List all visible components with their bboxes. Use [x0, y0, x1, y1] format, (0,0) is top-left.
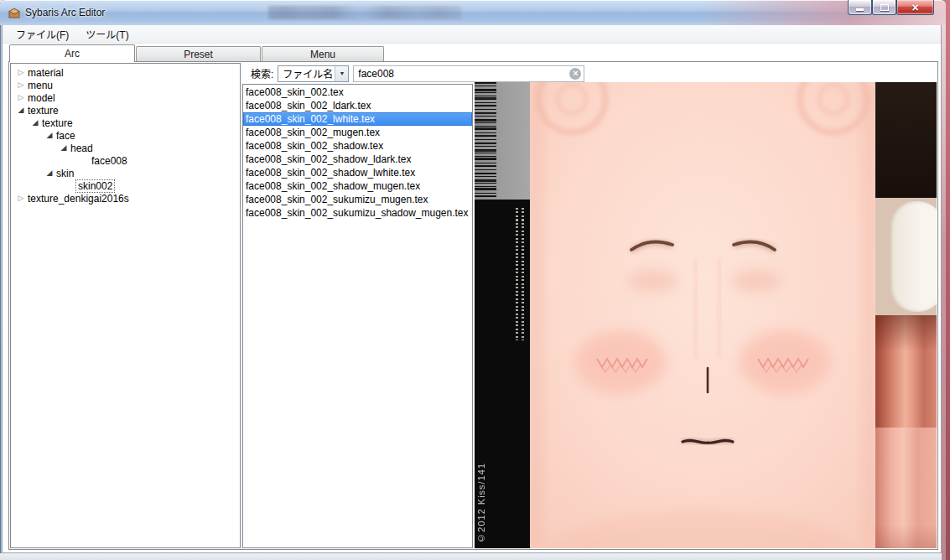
file-item[interactable]: face008_skin_002_shadow_lwhite.tex [243, 166, 472, 179]
chevron-down-icon [335, 66, 348, 81]
expander-expanded-icon[interactable] [30, 119, 40, 127]
expander-expanded-icon[interactable] [59, 144, 69, 152]
tree-item-model[interactable]: model [11, 91, 240, 104]
tree-item-label: material [26, 67, 65, 79]
tree-item-label: texture_denkigai2016s [26, 193, 131, 205]
file-name: face008_skin_002_shadow.tex [246, 140, 383, 152]
desktop: { "window": { "title": "Sybaris Arc Edit… [0, 0, 950, 560]
app-window: Sybaris Arc Editor ファイル(F) ツール(T) Arc [0, 0, 946, 560]
tab-control: Arc Preset Menu material [8, 44, 938, 550]
barcode-stripes [475, 82, 496, 200]
file-item[interactable]: face008_skin_002_ldark.tex [243, 99, 472, 112]
tree-item-face008[interactable]: face008 [11, 154, 240, 167]
tab-preset[interactable]: Preset [136, 46, 261, 61]
expander-expanded-icon[interactable] [44, 169, 55, 177]
close-icon [911, 0, 918, 15]
tab-strip: Arc Preset Menu [8, 44, 938, 61]
expander-collapsed-icon[interactable] [16, 69, 26, 76]
file-name: face008_skin_002.tex [246, 86, 344, 98]
pink-gradient-swatch [875, 428, 937, 548]
window-frame-right [942, 25, 946, 560]
maximize-icon [880, 4, 889, 11]
minimize-icon [856, 8, 864, 11]
fine-print-lines [516, 208, 524, 340]
tree-item-skin002[interactable]: skin002 [11, 179, 240, 192]
file-item[interactable]: face008_skin_002_shadow_mugen.tex [243, 179, 472, 193]
title-bar[interactable]: Sybaris Arc Editor [0, 0, 946, 25]
file-item[interactable]: face008_skin_002_sukumizu_mugen.tex [243, 193, 472, 206]
search-input[interactable] [353, 65, 584, 82]
tree-item-texture-denkigai2016s[interactable]: texture_denkigai2016s [11, 192, 240, 205]
texture-file-list: face008_skin_002.tex face008_skin_002_ld… [242, 84, 473, 548]
tree-item-label: head [69, 143, 95, 154]
expander-collapsed-icon[interactable] [16, 81, 26, 89]
tab-arc-label: Arc [65, 48, 80, 60]
expander-expanded-icon[interactable] [16, 106, 26, 114]
tab-preset-label: Preset [184, 49, 213, 60]
preview-left-strip: ©2012 Kiss/141 [475, 82, 530, 548]
dark-swatch [875, 82, 937, 198]
file-name: face008_skin_002_shadow_ldark.tex [246, 153, 411, 165]
app-icon [8, 6, 21, 19]
search-filter-dropdown[interactable]: ファイル名 [278, 65, 349, 82]
tree-item-label: texture [26, 105, 60, 117]
client-area: ファイル(F) ツール(T) Arc Preset Menu [2, 25, 942, 553]
menu-file[interactable]: ファイル(F) [8, 24, 77, 44]
file-item[interactable]: face008_skin_002_shadow_ldark.tex [243, 153, 472, 166]
file-item[interactable]: face008_skin_002_sukumizu_shadow_mugen.t… [243, 206, 472, 220]
maximize-button[interactable] [872, 0, 896, 15]
close-button[interactable] [896, 0, 934, 15]
file-name: face008_skin_002_sukumizu_shadow_mugen.t… [246, 207, 469, 219]
menu-bar: ファイル(F) ツール(T) [3, 25, 941, 44]
tab-arc[interactable]: Arc [9, 44, 135, 62]
tree-item-label: texture [40, 117, 75, 129]
tree-item-label: skin [55, 168, 75, 179]
tree-item-label: menu [26, 80, 55, 91]
file-name: face008_skin_002_shadow_lwhite.tex [246, 167, 415, 179]
tree-item-menu[interactable]: menu [11, 79, 240, 91]
arc-tree: material menu model texture [10, 63, 241, 548]
face-texture [530, 82, 875, 548]
file-item[interactable]: face008_skin_002_shadow.tex [243, 139, 472, 153]
file-name: face008_skin_002_lwhite.tex [246, 113, 375, 125]
tree-item-material[interactable]: material [11, 66, 240, 79]
red-gradient-swatch [875, 315, 937, 428]
window-title: Sybaris Arc Editor [25, 0, 105, 25]
face-texture-image [530, 82, 875, 548]
tree-item-head[interactable]: head [11, 142, 240, 154]
file-item[interactable]: face008_skin_002_mugen.tex [243, 126, 472, 139]
tree-item-label: face [55, 130, 77, 142]
search-label: 検索: [251, 66, 273, 80]
window-controls [848, 0, 934, 15]
file-item[interactable]: face008_skin_002.tex [243, 86, 472, 99]
tree-item-label-selected: skin002 [75, 179, 115, 193]
expander-collapsed-icon[interactable] [16, 194, 26, 202]
tree-item-texture-child[interactable]: texture [11, 117, 240, 129]
minimize-button[interactable] [848, 0, 872, 15]
tab-menu[interactable]: Menu [262, 46, 384, 61]
expander-collapsed-icon[interactable] [16, 94, 26, 101]
tree-item-face[interactable]: face [11, 129, 240, 142]
tree-item-texture[interactable]: texture [11, 104, 240, 117]
search-filter-value: ファイル名 [278, 66, 335, 80]
file-item-selected[interactable]: face008_skin_002_lwhite.tex [243, 112, 472, 126]
search-bar: 検索: ファイル名 [242, 63, 937, 84]
search-input-wrap [353, 65, 584, 82]
copyright-area: ©2012 Kiss/141 [475, 200, 530, 548]
clear-search-icon[interactable] [569, 68, 581, 80]
barcode-area [475, 82, 530, 200]
tree-item-label: face008 [90, 155, 129, 167]
cream-swatch [875, 198, 937, 315]
window-frame-bottom [0, 553, 942, 560]
file-name: face008_skin_002_ldark.tex [246, 100, 371, 111]
expander-expanded-icon[interactable] [44, 132, 55, 139]
tab-menu-label: Menu [310, 49, 335, 60]
file-name: face008_skin_002_mugen.tex [246, 127, 380, 138]
copyright-text: ©2012 Kiss/141 [476, 463, 486, 543]
texture-preview: ©2012 Kiss/141 [475, 82, 937, 548]
tree-item-skin[interactable]: skin [11, 167, 240, 179]
preview-right-strip [875, 82, 937, 548]
file-name: face008_skin_002_sukumizu_mugen.tex [246, 194, 428, 205]
menu-tools[interactable]: ツール(T) [77, 24, 137, 44]
white-blob-shape [890, 201, 937, 312]
